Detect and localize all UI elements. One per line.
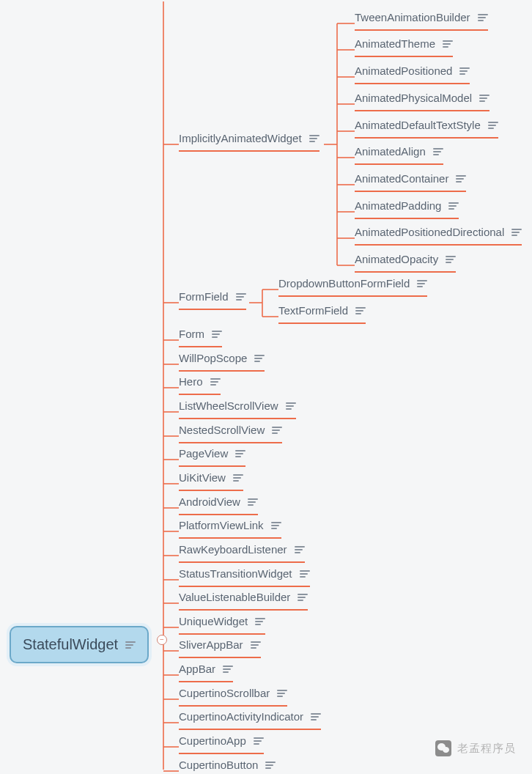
node-rawkeyboardlistener[interactable]: RawKeyboardListener bbox=[179, 539, 305, 563]
node-label: Form bbox=[179, 328, 204, 340]
notes-icon bbox=[478, 14, 488, 21]
node-label: Hero bbox=[179, 375, 203, 388]
notes-icon bbox=[311, 713, 321, 720]
notes-icon bbox=[125, 641, 136, 649]
node-uniquewidget[interactable]: UniqueWidget bbox=[179, 611, 265, 635]
notes-icon bbox=[251, 641, 261, 649]
node-formfield[interactable]: FormField bbox=[179, 286, 246, 310]
node-sliverappbar[interactable]: SliverAppBar bbox=[179, 634, 261, 658]
node-label: PlatformViewLink bbox=[179, 519, 264, 531]
notes-icon bbox=[448, 202, 459, 210]
node-label: FormField bbox=[179, 290, 229, 303]
node-label: WillPopScope bbox=[179, 352, 247, 364]
notes-icon bbox=[265, 762, 276, 769]
notes-icon bbox=[511, 229, 522, 236]
notes-icon bbox=[233, 474, 243, 482]
node-label: SliverAppBar bbox=[179, 638, 243, 651]
notes-icon bbox=[355, 307, 366, 314]
node-animatedphysicalmodel[interactable]: AnimatedPhysicalModel bbox=[355, 87, 489, 111]
node-label: RawKeyboardListener bbox=[179, 543, 287, 556]
node-textformfield[interactable]: TextFormField bbox=[278, 300, 366, 324]
node-label: AndroidView bbox=[179, 495, 240, 508]
node-animatedpositioneddirectional[interactable]: AnimatedPositionedDirectional bbox=[355, 221, 522, 246]
node-label: AnimatedPositionedDirectional bbox=[355, 226, 504, 238]
notes-icon bbox=[286, 402, 296, 410]
node-valuelistenablebuilder[interactable]: ValueListenableBuilder bbox=[179, 586, 308, 611]
node-label: AnimatedOpacity bbox=[355, 253, 438, 265]
node-label: UniqueWidget bbox=[179, 615, 248, 627]
node-label: NestedScrollView bbox=[179, 424, 265, 436]
node-willpopscope[interactable]: WillPopScope bbox=[179, 347, 265, 372]
node-cupertinobutton[interactable]: CupertinoButton bbox=[179, 754, 276, 774]
node-tweenanimationbuilder[interactable]: TweenAnimationBuilder bbox=[355, 7, 488, 31]
node-label: StatusTransitionWidget bbox=[179, 567, 292, 580]
node-appbar[interactable]: AppBar bbox=[179, 658, 233, 682]
node-label: AnimatedDefaultTextStyle bbox=[355, 119, 481, 131]
node-implicitlyanimatedwidget[interactable]: ImplicitlyAnimatedWidget bbox=[179, 128, 319, 152]
notes-icon bbox=[212, 331, 222, 338]
notes-icon bbox=[459, 67, 470, 75]
watermark: 老孟程序员 bbox=[435, 740, 516, 756]
notes-icon bbox=[433, 148, 443, 155]
watermark-text: 老孟程序员 bbox=[457, 742, 516, 756]
node-animatedopacity[interactable]: AnimatedOpacity bbox=[355, 248, 456, 273]
node-listwheelscrollview[interactable]: ListWheelScrollView bbox=[179, 395, 296, 419]
node-cupertinoapp[interactable]: CupertinoApp bbox=[179, 730, 264, 754]
node-label: PageView bbox=[179, 447, 228, 460]
notes-icon bbox=[298, 594, 308, 601]
notes-icon bbox=[300, 570, 310, 578]
node-label: DropdownButtonFormField bbox=[278, 277, 410, 290]
notes-icon bbox=[479, 95, 489, 102]
collapse-toggle[interactable]: − bbox=[157, 635, 167, 645]
node-label: ValueListenableBuilder bbox=[179, 591, 290, 603]
node-label: UiKitView bbox=[179, 471, 226, 484]
node-dropdownbuttonformfield[interactable]: DropdownButtonFormField bbox=[278, 273, 427, 297]
node-label: AnimatedPositioned bbox=[355, 64, 452, 77]
notes-icon bbox=[277, 690, 287, 697]
wechat-icon bbox=[435, 740, 451, 756]
node-label: CupertinoApp bbox=[179, 734, 246, 747]
notes-icon bbox=[456, 175, 466, 183]
node-cupertinoactivityindicator[interactable]: CupertinoActivityIndicator bbox=[179, 706, 321, 730]
node-animatedtheme[interactable]: AnimatedTheme bbox=[355, 33, 453, 57]
notes-icon bbox=[248, 498, 258, 506]
notes-icon bbox=[255, 618, 265, 625]
notes-icon bbox=[295, 546, 305, 553]
node-label: AnimatedAlign bbox=[355, 145, 426, 158]
node-nestedscrollview[interactable]: NestedScrollView bbox=[179, 419, 282, 443]
notes-icon bbox=[271, 522, 281, 529]
node-animatedpadding[interactable]: AnimatedPadding bbox=[355, 195, 459, 219]
notes-icon bbox=[210, 378, 221, 386]
node-platformviewlink[interactable]: PlatformViewLink bbox=[179, 515, 281, 539]
node-form[interactable]: Form bbox=[179, 323, 222, 347]
node-label: TextFormField bbox=[278, 304, 348, 317]
node-label: CupertinoActivityIndicator bbox=[179, 710, 303, 723]
notes-icon bbox=[417, 280, 427, 287]
node-animateddefaulttextstyle[interactable]: AnimatedDefaultTextStyle bbox=[355, 114, 498, 139]
node-label: TweenAnimationBuilder bbox=[355, 11, 470, 23]
node-label: ImplicitlyAnimatedWidget bbox=[179, 132, 302, 144]
root-node-statefulwidget[interactable]: StatefulWidget bbox=[10, 626, 149, 663]
node-label: AnimatedTheme bbox=[355, 37, 435, 50]
node-label: AnimatedPhysicalModel bbox=[355, 92, 472, 104]
node-animatedalign[interactable]: AnimatedAlign bbox=[355, 141, 443, 165]
notes-icon bbox=[223, 666, 233, 673]
node-pageview[interactable]: PageView bbox=[179, 443, 245, 467]
node-label: CupertinoButton bbox=[179, 759, 258, 771]
node-animatedpositioned[interactable]: AnimatedPositioned bbox=[355, 60, 470, 84]
node-androidview[interactable]: AndroidView bbox=[179, 491, 258, 515]
node-hero[interactable]: Hero bbox=[179, 371, 221, 395]
node-cupertinoscrollbar[interactable]: CupertinoScrollbar bbox=[179, 682, 287, 707]
node-uikitview[interactable]: UiKitView bbox=[179, 467, 243, 491]
notes-icon bbox=[254, 737, 264, 745]
notes-icon bbox=[309, 135, 319, 142]
notes-icon bbox=[254, 355, 265, 362]
node-statustransitionwidget[interactable]: StatusTransitionWidget bbox=[179, 563, 310, 587]
node-label: AnimatedContainer bbox=[355, 172, 448, 185]
notes-icon bbox=[235, 450, 245, 457]
notes-icon bbox=[488, 122, 498, 129]
node-label: AppBar bbox=[179, 663, 215, 675]
notes-icon bbox=[236, 293, 246, 301]
node-animatedcontainer[interactable]: AnimatedContainer bbox=[355, 168, 466, 192]
node-label: CupertinoScrollbar bbox=[179, 687, 270, 699]
